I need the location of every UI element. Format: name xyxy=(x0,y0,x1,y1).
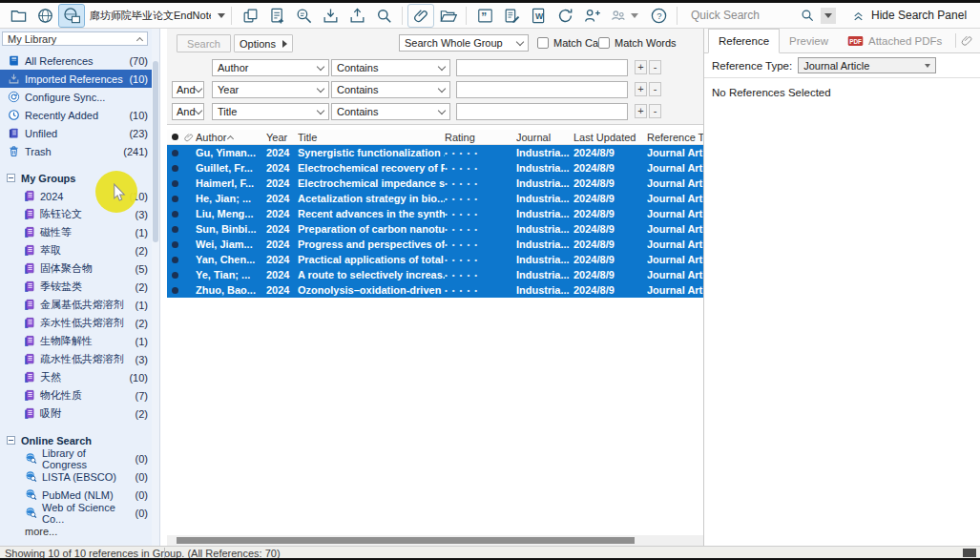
output-style-selector[interactable]: 廊坊师院毕业论文EndNote模板 xyxy=(86,9,225,23)
find-full-text-icon[interactable] xyxy=(371,5,396,27)
operator-dropdown[interactable]: Contains xyxy=(331,59,450,76)
tab-preview[interactable]: Preview xyxy=(780,29,838,52)
remove-row-button[interactable]: - xyxy=(649,104,661,118)
sidebar-group-item[interactable]: 亲水性低共熔溶剂 (2) xyxy=(0,314,159,332)
sidebar-group-item[interactable]: 陈钰论文 (3) xyxy=(0,205,159,223)
connector-dropdown[interactable]: And xyxy=(172,103,204,120)
column-header-reference-type[interactable]: Reference Ty xyxy=(647,132,703,143)
sidebar-item-unfiled[interactable]: Unfiled (23) xyxy=(0,124,159,142)
reference-row[interactable]: Wei, Jiam... 2024 Progress and perspecti… xyxy=(167,237,703,252)
go-to-word-icon[interactable] xyxy=(526,5,551,27)
field-dropdown[interactable]: Title xyxy=(212,103,329,120)
reference-row[interactable]: He, Jian; ... 2024 Acetalization strateg… xyxy=(167,191,703,206)
remove-row-button[interactable]: - xyxy=(649,60,661,74)
quick-search-input[interactable] xyxy=(691,9,794,22)
sidebar-item-all-references[interactable]: All References (70) xyxy=(0,52,159,70)
search-icon[interactable] xyxy=(798,5,817,27)
help-icon[interactable] xyxy=(646,5,671,27)
reference-row[interactable]: Sun, Binbi... 2024 Preparation of carbon… xyxy=(167,221,703,237)
open-library-icon[interactable] xyxy=(6,5,31,27)
tab-reference[interactable]: Reference xyxy=(708,29,780,53)
sidebar-group-item[interactable]: 金属基低共熔溶剂 (1) xyxy=(0,296,159,314)
online-mode-icon[interactable] xyxy=(32,5,57,27)
more-link[interactable]: more... xyxy=(0,522,159,540)
sidebar-group-item[interactable]: 物化性质 (7) xyxy=(0,386,159,404)
reference-row[interactable]: Ye, Tian; ... 2024 A route to selectivel… xyxy=(167,267,703,282)
sidebar-online-library-of-congress[interactable]: Library of Congress (0) xyxy=(0,449,159,467)
integrated-mode-icon[interactable] xyxy=(59,5,84,27)
sidebar-online-web-of-science[interactable]: Web of Science Co... (0) xyxy=(0,504,159,522)
reference-row[interactable]: Guillet, Fr... 2024 Electrochemical reco… xyxy=(167,160,703,176)
online-search-icon[interactable] xyxy=(291,5,316,27)
checkbox-icon[interactable] xyxy=(598,37,610,49)
remove-row-button[interactable]: - xyxy=(649,82,661,96)
options-button[interactable]: Options xyxy=(234,34,293,52)
column-header-journal[interactable]: Journal xyxy=(516,132,573,143)
open-file-icon[interactable] xyxy=(435,5,460,27)
sidebar-scrollbar[interactable] xyxy=(152,29,159,546)
sync-icon[interactable] xyxy=(553,5,577,27)
operator-dropdown[interactable]: Contains xyxy=(331,81,450,98)
layout-button[interactable] xyxy=(963,549,976,557)
sidebar-group-item[interactable]: 季铵盐类 (2) xyxy=(0,278,159,296)
search-options-dropdown[interactable] xyxy=(821,8,836,24)
search-term-input[interactable] xyxy=(456,59,628,76)
copy-reference-icon[interactable] xyxy=(238,5,262,27)
search-term-input[interactable] xyxy=(456,81,628,98)
column-header-year[interactable]: Year xyxy=(266,132,298,143)
sidebar-item-imported-references[interactable]: Imported References (10) xyxy=(0,70,159,88)
sidebar-item-configure-sync[interactable]: Configure Sync... xyxy=(0,88,159,106)
sidebar-online-lista-ebsco[interactable]: LISTA (EBSCO) (0) xyxy=(0,467,159,486)
collapse-minus-icon[interactable] xyxy=(7,436,15,445)
search-term-input[interactable] xyxy=(456,103,628,120)
hide-search-panel-button[interactable]: Hide Search Panel xyxy=(851,9,967,23)
sidebar-group-item[interactable]: 疏水性低共熔溶剂 (3) xyxy=(0,350,159,368)
reference-row[interactable]: Yan, Chen... 2024 Practical applications… xyxy=(167,252,703,267)
sidebar-group-item[interactable]: 磁性等 (1) xyxy=(0,223,159,241)
reference-row[interactable]: Haimerl, F... 2024 Electrochemical imped… xyxy=(167,176,703,191)
reference-type-dropdown[interactable]: Journal Article xyxy=(798,57,936,73)
connector-dropdown[interactable]: And xyxy=(172,81,204,98)
reference-row[interactable]: Zhuo, Bao... 2024 Ozonolysis–oxidation-d… xyxy=(167,282,703,298)
sidebar-item-trash[interactable]: Trash (241) xyxy=(0,142,159,160)
insert-citation-icon[interactable] xyxy=(472,5,497,27)
operator-dropdown[interactable]: Contains xyxy=(331,103,450,120)
tab-attached-pdfs[interactable]: Attached PDFs xyxy=(838,29,951,52)
add-row-button[interactable]: + xyxy=(635,82,647,96)
column-header-rating[interactable]: Rating xyxy=(445,132,516,143)
sidebar-group-item[interactable]: 天然 (10) xyxy=(0,368,159,386)
sidebar-group-item[interactable]: 生物降解性 (1) xyxy=(0,332,159,350)
sharing-activity-icon[interactable] xyxy=(606,5,631,27)
reference-row[interactable]: Gu, Yiman... 2024 Synergistic functional… xyxy=(167,145,703,160)
scrollbar-thumb[interactable] xyxy=(153,61,158,242)
sidebar-group-item[interactable]: 萃取 (2) xyxy=(0,241,159,259)
horizontal-scrollbar[interactable] xyxy=(167,535,703,546)
my-library-header[interactable]: My Library xyxy=(2,31,148,46)
read-column-header[interactable] xyxy=(167,134,182,140)
column-header-title[interactable]: Title xyxy=(298,132,445,143)
paperclip-icon[interactable] xyxy=(960,33,974,48)
new-reference-icon[interactable] xyxy=(264,5,289,27)
export-icon[interactable] xyxy=(344,5,369,27)
search-button[interactable]: Search xyxy=(177,34,231,52)
field-dropdown[interactable]: Author xyxy=(212,59,329,76)
attach-file-icon[interactable] xyxy=(408,5,433,27)
share-library-icon[interactable] xyxy=(579,5,604,27)
sidebar-group-item[interactable]: 吸附 (2) xyxy=(0,404,159,423)
sharing-dropdown-arrow-icon[interactable] xyxy=(631,13,638,18)
add-row-button[interactable]: + xyxy=(635,104,647,118)
search-scope-dropdown[interactable]: Search Whole Group xyxy=(399,34,529,52)
format-bibliography-icon[interactable] xyxy=(499,5,524,27)
checkbox-icon[interactable] xyxy=(537,37,549,49)
match-words-checkbox[interactable]: Match Words xyxy=(598,37,677,49)
sidebar-group-item[interactable]: 固体聚合物 (5) xyxy=(0,259,159,278)
reference-row[interactable]: Liu, Meng... 2024 Recent advances in the… xyxy=(167,206,703,221)
column-header-author[interactable]: Author xyxy=(196,132,266,143)
column-header-last-updated[interactable]: Last Updated xyxy=(573,132,647,143)
sidebar-item-recently-added[interactable]: Recently Added (10) xyxy=(0,106,159,124)
add-row-button[interactable]: + xyxy=(635,60,647,74)
collapse-minus-icon[interactable] xyxy=(7,174,15,182)
field-dropdown[interactable]: Year xyxy=(212,81,329,98)
scrollbar-thumb[interactable] xyxy=(177,537,635,544)
import-icon[interactable] xyxy=(318,5,343,27)
